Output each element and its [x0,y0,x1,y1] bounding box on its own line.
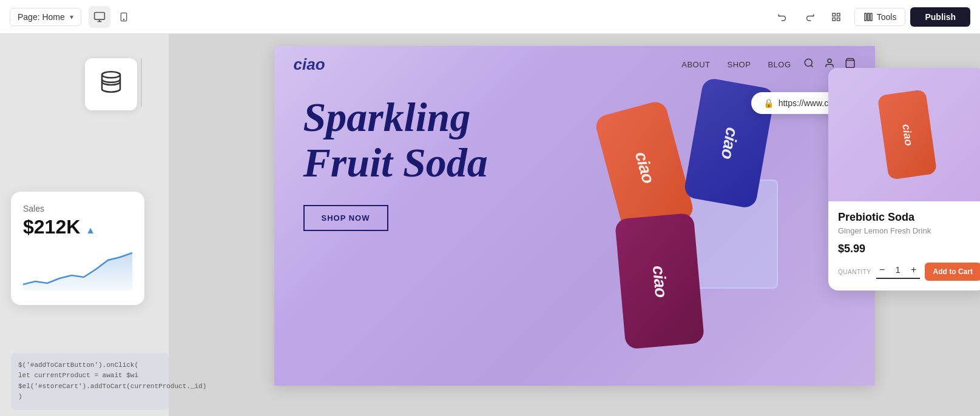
product-can: ciao [877,89,938,180]
nav-about[interactable]: ABOUT [681,60,710,69]
product-info: Prebiotic Soda Ginger Lemon Fresh Drink … [828,201,980,290]
toolbar: Page: Home ▾ [0,0,980,34]
svg-rect-7 [833,18,836,21]
svg-point-4 [123,19,124,19]
chevron-down-icon: ▾ [70,13,73,21]
database-icon [99,70,123,99]
sales-label: Sales [23,204,132,213]
toolbar-actions: Tools Publish [854,7,970,27]
page-selector-label: Page: Home [18,12,65,22]
quantity-label: QUANTITY [838,269,871,275]
hero-title-line2: Fruit Soda [303,139,488,186]
canvas-area: ciao ABOUT SHOP BLOG [169,34,980,416]
code-line-3: $el('#storeCart').addToCart(currentProdu… [18,381,161,392]
product-description: Ginger Lemon Fresh Drink [838,226,976,235]
code-line-1: $('#addToCartButton').onClick( [18,360,161,371]
device-buttons [89,6,135,28]
tools-label: Tools [877,12,897,22]
svg-rect-5 [833,13,836,16]
svg-point-14 [828,59,831,62]
sales-widget-card: Sales $212K ▲ [11,192,144,305]
website-preview: ciao ABOUT SHOP BLOG [274,46,875,386]
undo-button[interactable] [772,6,794,28]
nav-shop[interactable]: SHOP [728,60,751,69]
quantity-value: 1 [892,265,904,275]
mobile-device-button[interactable] [113,6,135,28]
page-selector[interactable]: Page: Home ▾ [10,8,81,26]
redo-button[interactable] [799,6,820,28]
product-price: $5.99 [838,243,976,255]
can-blue-label: ciao [717,126,742,161]
sales-value: $212K ▲ [23,216,132,238]
hero-title-line1: Sparkling [303,94,471,140]
code-line-4: ) [18,392,161,403]
product-card: ciao Prebiotic Soda Ginger Lemon Fresh D… [828,68,980,290]
sales-trend-icon: ▲ [86,225,95,235]
search-icon[interactable] [803,58,814,72]
desktop-device-button[interactable] [89,6,110,28]
svg-rect-0 [94,12,104,19]
svg-rect-8 [837,18,840,21]
site-logo: ciao [294,55,325,74]
toolbar-center-controls [772,6,847,28]
svg-rect-11 [870,13,872,21]
hero-text: Sparkling Fruit Soda SHOP NOW [303,95,488,231]
site-nav-links: ABOUT SHOP BLOG [681,60,791,69]
publish-button[interactable]: Publish [910,7,970,27]
product-name: Prebiotic Soda [838,211,976,224]
quantity-controls: − 1 + [876,264,920,279]
site-navigation: ciao ABOUT SHOP BLOG [274,46,875,82]
add-to-cart-button[interactable]: Add to Cart [925,263,980,281]
product-quantity-row: QUANTITY − 1 + Add to Cart [838,263,976,281]
sales-amount: $212K [23,216,80,238]
layout-button[interactable] [825,6,847,28]
svg-rect-9 [865,13,867,21]
hero-cta-button[interactable]: SHOP NOW [303,205,388,231]
hero-cans: ciao ciao ciao [559,70,839,374]
database-widget-card[interactable] [85,58,137,110]
product-image: ciao [828,68,980,201]
can-orange-label: ciao [630,150,657,186]
lock-icon: 🔒 [763,98,774,108]
quantity-increase-button[interactable]: + [908,264,920,275]
divider [141,58,142,107]
svg-point-13 [805,59,812,66]
sales-sparkline [23,248,132,290]
nav-blog[interactable]: BLOG [768,60,791,69]
code-line-2: let currentProduct = await $wi [18,371,161,381]
can-maroon-label: ciao [648,264,670,298]
code-snippet-widget: $('#addToCartButton').onClick( let curre… [11,353,169,410]
svg-point-12 [102,72,120,78]
tools-button[interactable]: Tools [854,8,906,26]
hero-title: Sparkling Fruit Soda [303,95,488,186]
product-can-label: ciao [899,123,915,147]
can-maroon: ciao [614,213,704,350]
left-sidebar: Sales $212K ▲ $('#addToCartButton').onCl… [0,34,169,416]
svg-rect-10 [867,13,869,21]
svg-rect-6 [837,13,840,16]
quantity-decrease-button[interactable]: − [876,264,888,275]
hero-section: Sparkling Fruit Soda SHOP NOW ciao ciao … [274,46,875,386]
